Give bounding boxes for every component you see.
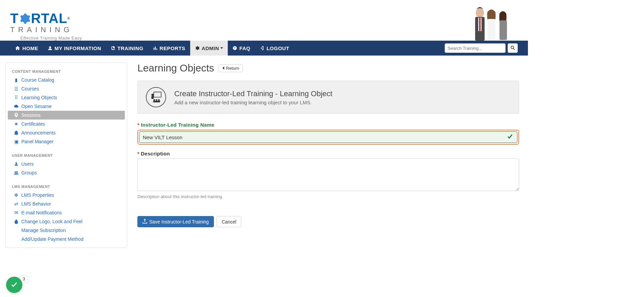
check-icon bbox=[507, 134, 513, 141]
home-icon bbox=[15, 45, 20, 51]
nav-left: HOME MY INFORMATION TRAINING REPORTS ADM… bbox=[10, 41, 294, 56]
nav-reports-label: REPORTS bbox=[160, 45, 185, 51]
grid-icon: ⠿ bbox=[14, 95, 19, 100]
container: CONTENT MANAGEMENT ▮Course Catalog ☰Cour… bbox=[0, 56, 528, 255]
instructor-icon bbox=[146, 87, 166, 107]
sidebar-item-label: Users bbox=[21, 161, 34, 167]
sidebar-item-label: Add/Update Payment Method bbox=[21, 236, 84, 242]
group-icon bbox=[14, 171, 19, 175]
description-label: *Description bbox=[137, 151, 519, 156]
panel-create-ilt: Create Instructor-Led Training - Learnin… bbox=[137, 81, 519, 114]
description-help: Description about this instructor-led tr… bbox=[137, 194, 519, 199]
search-button[interactable] bbox=[508, 43, 518, 53]
nav-admin-label: ADMIN bbox=[202, 45, 219, 51]
name-label: *Instructor-Led Training Name bbox=[137, 122, 519, 128]
svg-point-17 bbox=[15, 171, 16, 173]
svg-rect-21 bbox=[151, 96, 154, 99]
svg-rect-9 bbox=[153, 48, 154, 50]
description-textarea[interactable] bbox=[137, 158, 519, 191]
sidebar-heading-user: USER MANAGEMENT bbox=[6, 151, 127, 160]
return-button[interactable]: Return bbox=[218, 64, 243, 72]
logo: T RTAL ® TRAINING Effective Training Mad… bbox=[10, 11, 82, 41]
certificate-icon: ✷ bbox=[14, 121, 19, 127]
navbar: HOME MY INFORMATION TRAINING REPORTS ADM… bbox=[0, 41, 528, 56]
sidebar-item-certificates[interactable]: ✷Certificates bbox=[8, 120, 125, 128]
logout-icon bbox=[260, 46, 265, 50]
marker-icon bbox=[14, 113, 19, 118]
sidebar-item-label: Certificates bbox=[21, 121, 45, 127]
user-icon bbox=[48, 46, 52, 50]
search-icon bbox=[510, 45, 515, 51]
panel-icon: ▣ bbox=[14, 139, 19, 144]
logo-tagline: Effective Training Made Easy bbox=[20, 36, 82, 41]
nav-home-label: HOME bbox=[22, 45, 38, 51]
svg-rect-7 bbox=[499, 20, 507, 40]
svg-point-22 bbox=[153, 99, 155, 101]
svg-point-8 bbox=[49, 46, 51, 48]
nav-faq[interactable]: ? FAQ bbox=[228, 41, 255, 56]
nav-reports[interactable]: REPORTS bbox=[148, 41, 190, 56]
svg-point-23 bbox=[156, 99, 157, 101]
button-row: Save Instructor-Led Training Cancel bbox=[137, 216, 519, 227]
sidebar-item-label: Courses bbox=[21, 86, 39, 91]
panel-subtitle: Add a new instructor-led training learni… bbox=[174, 100, 332, 105]
svg-point-18 bbox=[16, 171, 18, 173]
nav-training[interactable]: TRAINING bbox=[106, 41, 148, 56]
panel-title: Create Instructor-Led Training - Learnin… bbox=[174, 89, 332, 98]
book-icon: ▮ bbox=[14, 77, 19, 83]
sidebar-item-label: LMS Properties bbox=[21, 192, 54, 198]
svg-point-20 bbox=[151, 94, 154, 96]
logo-subline: TRAINING bbox=[10, 25, 82, 34]
header: T RTAL ® TRAINING Effective Training Mad… bbox=[0, 0, 528, 41]
cancel-button[interactable]: Cancel bbox=[217, 216, 242, 227]
nav-home[interactable]: HOME bbox=[10, 41, 43, 56]
sidebar-heading-lms: LMS MANAGEMENT bbox=[6, 182, 127, 191]
sidebar-item-label: Open Sesame bbox=[21, 104, 52, 109]
sidebar-item-lms-behavior[interactable]: ⇄LMS Behavior bbox=[8, 199, 125, 208]
sidebar-item-label: Course Catalog bbox=[21, 77, 54, 83]
return-label: Return bbox=[226, 66, 239, 71]
sidebar-item-groups[interactable]: Groups bbox=[8, 168, 125, 177]
sidebar-item-open-sesame[interactable]: Open Sesame bbox=[8, 102, 125, 111]
svg-point-0 bbox=[476, 8, 484, 18]
save-button[interactable]: Save Instructor-Led Training bbox=[137, 216, 214, 227]
svg-point-16 bbox=[16, 163, 17, 164]
gear-icon bbox=[19, 13, 31, 25]
sidebar-item-sessions[interactable]: Sessions bbox=[8, 111, 125, 120]
sidebar-item-users[interactable]: Users bbox=[8, 160, 125, 168]
chevron-left-icon bbox=[222, 66, 225, 71]
sidebar-item-email-notifications[interactable]: ✉E-mail Notifications bbox=[8, 208, 125, 217]
description-label-text: Description bbox=[141, 151, 170, 156]
sidebar-heading-content: CONTENT MANAGEMENT bbox=[6, 67, 127, 76]
sidebar-item-courses[interactable]: ☰Courses bbox=[8, 84, 125, 93]
panel-text: Create Instructor-Led Training - Learnin… bbox=[174, 89, 332, 105]
page-heading-row: Learning Objects Return bbox=[137, 62, 519, 74]
sidebar-item-course-catalog[interactable]: ▮Course Catalog bbox=[8, 76, 125, 84]
svg-rect-25 bbox=[153, 101, 160, 102]
sidebar-item-panel-manager[interactable]: ▣Panel Manager bbox=[8, 137, 125, 146]
ilt-name-input[interactable] bbox=[139, 131, 517, 143]
sidebar-item-announcements[interactable]: Announcements bbox=[8, 128, 125, 137]
sidebar-item-label: Sessions bbox=[21, 112, 41, 118]
nav-my-information[interactable]: MY INFORMATION bbox=[43, 41, 106, 56]
exchange-icon: ⇄ bbox=[14, 201, 19, 207]
sidebar-item-label: E-mail Notifications bbox=[21, 210, 62, 215]
nav-my-info-label: MY INFORMATION bbox=[54, 45, 101, 51]
sidebar-item-payment-method[interactable]: Add/Update Payment Method bbox=[8, 235, 125, 243]
sidebar-item-label: Change Logo, Look and Feel bbox=[21, 219, 83, 224]
sidebar-item-lms-properties[interactable]: ✥LMS Properties bbox=[8, 191, 125, 199]
nav-logout-label: LOGOUT bbox=[267, 45, 289, 51]
svg-rect-5 bbox=[487, 19, 495, 40]
user-icon bbox=[14, 162, 19, 166]
svg-rect-10 bbox=[155, 46, 155, 50]
sidebar-item-learning-objects[interactable]: ⠿Learning Objects bbox=[8, 93, 125, 102]
header-people-image bbox=[467, 3, 514, 44]
sidebar-item-manage-subscription[interactable]: Manage Subscription bbox=[8, 226, 125, 235]
nav-admin[interactable]: ADMIN bbox=[190, 41, 228, 56]
name-label-text: Instructor-Led Training Name bbox=[141, 122, 215, 128]
search-input[interactable] bbox=[445, 43, 506, 53]
sidebar-item-change-logo[interactable]: Change Logo, Look and Feel bbox=[8, 217, 125, 226]
nav-training-label: TRAINING bbox=[117, 45, 143, 51]
nav-logout[interactable]: LOGOUT bbox=[255, 41, 294, 56]
save-icon bbox=[142, 219, 147, 225]
